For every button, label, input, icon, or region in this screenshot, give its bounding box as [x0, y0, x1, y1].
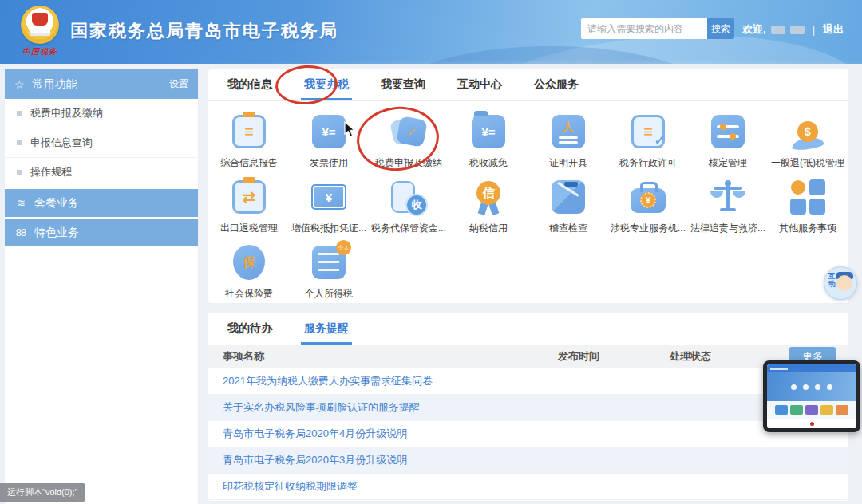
service-tax-declaration-payment[interactable]: ✓税费申报及缴纳: [369, 106, 449, 171]
tax-declaration-payment-icon: ✓: [389, 112, 428, 151]
tab-interaction-center[interactable]: 互动中心: [457, 77, 502, 100]
service-tax-reduction[interactable]: ¥=税收减免: [449, 106, 528, 171]
browser-status-bar: 运行脚本"void(0);": [0, 483, 85, 502]
service-legal-remedy[interactable]: 法律追责与救济...: [688, 171, 768, 237]
sidebar-item-special-business[interactable]: 88 特色业务: [5, 219, 198, 246]
sidebar-item-label: 特色业务: [34, 226, 79, 240]
redacted-username: [771, 26, 785, 34]
mouse-cursor: [344, 121, 356, 138]
assistant-widget[interactable]: 互动: [824, 266, 857, 300]
user-area: 欢迎, | 退出: [742, 22, 854, 37]
service-label: 税费申报及缴纳: [369, 156, 449, 170]
bullet-icon: [17, 170, 22, 175]
sidebar-item-label: 套餐业务: [34, 196, 79, 211]
notice-row[interactable]: 青岛市电子税务局2020年3月份升级说明: [208, 447, 848, 474]
tax-service-agency-icon: ¥: [629, 178, 667, 216]
tab-my-pending[interactable]: 我的待办: [227, 321, 272, 345]
sidebar-item-package-business[interactable]: ≋ 套餐业务: [5, 189, 198, 217]
tablet-mini-header: [767, 364, 856, 372]
logout-link[interactable]: 退出: [823, 22, 844, 37]
tablet-screen: [767, 364, 856, 428]
service-certificate-issue[interactable]: 人证明开具: [528, 106, 608, 171]
divider: |: [813, 24, 815, 36]
notice-table-header: 事项名称 发布时间 处理状态 更多: [208, 345, 848, 368]
column-publish-time: 发布时间: [558, 349, 670, 364]
services-card: 我的信息我要办税我要查询互动中心公众服务 ≡综合信息报告¥=发票使用✓税费申报及…: [208, 69, 848, 303]
service-export-tax-refund[interactable]: ⇄出口退税管理: [209, 171, 289, 237]
social-insurance-icon: 保: [230, 243, 268, 282]
search-input[interactable]: [581, 18, 707, 39]
redacted-username: [790, 26, 805, 34]
service-label: 出口退税管理: [209, 222, 289, 235]
certificate-issue-icon: 人: [549, 112, 587, 151]
service-label: 涉税专业服务机...: [608, 222, 688, 235]
export-tax-refund-icon: ⇄: [230, 178, 268, 216]
tablet-mini-buttons: [767, 401, 856, 419]
service-label: 核定管理: [688, 156, 768, 170]
service-invoice-use[interactable]: ¥=发票使用: [289, 106, 369, 171]
todo-tab-bar: 我的待办服务提醒: [208, 313, 848, 345]
service-label: 税收减免: [449, 156, 528, 170]
national-emblem-icon: [21, 6, 59, 44]
tax-reduction-icon: ¥=: [469, 112, 508, 151]
service-label: 证明开具: [528, 156, 608, 170]
service-label: 社会保险费: [209, 287, 289, 301]
welcome-text: 欢迎,: [742, 22, 766, 37]
notice-row[interactable]: 2021年我为纳税人缴费人办实事需求征集问卷: [208, 368, 848, 395]
tax-credit-icon: 信: [469, 178, 508, 216]
service-personal-income-tax[interactable]: 个人个人所得税: [289, 237, 369, 302]
service-tax-service-agency[interactable]: ¥涉税专业服务机...: [608, 171, 688, 237]
service-general-tax-refund[interactable]: $一般退(抵)税管理: [768, 106, 848, 171]
settings-link[interactable]: 设置: [169, 77, 188, 91]
service-other-services[interactable]: 其他服务事项: [768, 171, 848, 237]
service-label: 发票使用: [289, 156, 369, 170]
bullet-icon: [17, 140, 22, 145]
service-label: 税务代保管资金...: [369, 222, 449, 235]
service-label: 纳税信用: [449, 222, 528, 235]
notice-row[interactable]: 青岛市电子税务局2020年4月份升级说明: [208, 421, 848, 447]
sidebar-quick-link-label: 申报信息查询: [30, 136, 93, 150]
tab-tax-handling[interactable]: 我要办税: [304, 77, 349, 100]
service-comprehensive-info-report[interactable]: ≡综合信息报告: [209, 106, 289, 171]
sidebar-quick-link[interactable]: 税费申报及缴纳: [5, 99, 198, 128]
assessment-management-icon: [709, 112, 747, 151]
officer-avatar: [836, 275, 852, 291]
service-tax-credit[interactable]: 信纳税信用: [449, 171, 528, 237]
tab-public-service[interactable]: 公众服务: [534, 77, 579, 100]
service-social-insurance[interactable]: 保社会保险费: [209, 237, 289, 302]
sidebar-quick-link-label: 税费申报及缴纳: [30, 106, 103, 120]
service-label: 增值税抵扣凭证...: [289, 222, 369, 235]
service-assessment-management[interactable]: 核定管理: [688, 106, 768, 171]
service-inspection-check[interactable]: 稽查检查: [528, 171, 608, 237]
search-button[interactable]: 搜索: [707, 18, 734, 39]
sidebar-quick-link[interactable]: 操作规程: [5, 158, 198, 187]
inspection-check-icon: [549, 178, 587, 216]
invoice-use-icon: ¥=: [310, 112, 348, 151]
service-tax-admin-license[interactable]: ≡✓税务行政许可: [608, 106, 688, 171]
todo-card: 我的待办服务提醒 事项名称 发布时间 处理状态 更多 2021年我为纳税人缴费人…: [208, 313, 848, 501]
sidebar-section-label: 常用功能: [33, 77, 169, 92]
main-tab-bar: 我的信息我要办税我要查询互动中心公众服务: [208, 69, 848, 101]
service-vat-deduction-voucher[interactable]: ¥增值税抵扣凭证...: [289, 171, 369, 237]
sidebar-section-common-functions[interactable]: ☆ 常用功能 设置: [5, 69, 198, 99]
tablet-preview-overlay: [763, 360, 860, 432]
notice-row[interactable]: 关于实名办税风险事项刷脸认证的服务提醒: [208, 395, 848, 421]
legal-remedy-icon: [709, 178, 747, 216]
star-icon: ☆: [14, 78, 25, 91]
tab-service-reminder[interactable]: 服务提醒: [304, 321, 349, 345]
tax-admin-license-icon: ≡✓: [629, 112, 667, 151]
tab-my-info[interactable]: 我的信息: [227, 77, 272, 100]
grid-icon: 88: [14, 226, 27, 238]
general-tax-refund-icon: $: [789, 112, 827, 151]
header: 中国税务 国家税务总局青岛市电子税务局 搜索 欢迎, | 退出: [0, 0, 862, 64]
tab-inquiry[interactable]: 我要查询: [381, 77, 425, 100]
service-tax-custody-funds[interactable]: 收税务代保管资金...: [369, 171, 449, 237]
sidebar: ☆ 常用功能 设置 税费申报及缴纳申报信息查询操作规程 ≋ 套餐业务 88 特色…: [5, 69, 198, 504]
page: 中国税务 国家税务总局青岛市电子税务局 搜索 欢迎, | 退出 ☆ 常用功能 设…: [0, 0, 862, 504]
service-label: 稽查检查: [528, 222, 608, 235]
tax-custody-funds-icon: 收: [389, 178, 428, 216]
vat-deduction-voucher-icon: ¥: [310, 178, 348, 216]
notice-row[interactable]: 印花税核定征收纳税期限调整: [208, 474, 848, 500]
service-label: 综合信息报告: [209, 156, 289, 170]
sidebar-quick-link[interactable]: 申报信息查询: [5, 128, 198, 158]
